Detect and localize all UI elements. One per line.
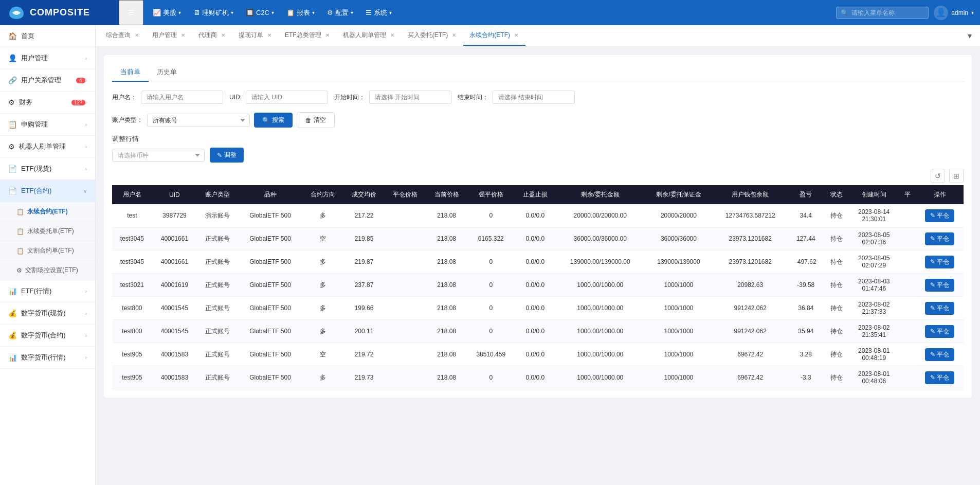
cell-username-2[interactable]: test3045 bbox=[112, 250, 152, 274]
column-settings-button[interactable]: ⊞ bbox=[949, 169, 964, 183]
ping-button-7[interactable]: ✎ 平仓 bbox=[925, 371, 954, 384]
tab-etf-class[interactable]: ETF总类管理 ✕ bbox=[279, 26, 337, 46]
cell-username-6[interactable]: test905 bbox=[112, 343, 152, 366]
tabs-expand-button[interactable]: ▾ bbox=[964, 31, 976, 41]
cell-created-0: 2023-08-14 21:30:01 bbox=[849, 204, 899, 227]
start-time-input[interactable] bbox=[369, 91, 451, 104]
sidebar-item-finance[interactable]: ⚙ 财务 127 › bbox=[0, 92, 95, 114]
cell-close-price-0 bbox=[385, 204, 426, 227]
sidebar-item-crypto-market[interactable]: 📊 数字货币(行情) › bbox=[0, 347, 95, 369]
sidebar-item-crypto-contract[interactable]: 💰 数字货币(合约) › bbox=[0, 325, 95, 347]
nav-item-stock[interactable]: 📈 美股 ▾ bbox=[148, 0, 186, 25]
nav-item-report[interactable]: 📋 报表 ▾ bbox=[281, 0, 320, 25]
sidebar-sub-perpetual[interactable]: 📋 永续合约(ETF) bbox=[0, 202, 95, 222]
tab-withdraw[interactable]: 提现订单 ✕ bbox=[232, 26, 279, 46]
cell-wallet-7: 69672.42 bbox=[713, 366, 788, 389]
end-time-input[interactable] bbox=[493, 91, 575, 104]
cell-username-7[interactable]: test905 bbox=[112, 366, 152, 389]
sidebar-item-etf-market[interactable]: 📊 ETF(行情) › bbox=[0, 280, 95, 302]
sidebar-delivery-label: 文割合约单(ETF) bbox=[27, 246, 74, 255]
tab-close-perpetual-etf[interactable]: ✕ bbox=[513, 32, 519, 38]
sidebar-etf-contract-label: ETF(合约) bbox=[21, 186, 83, 195]
sidebar-item-crypto-spot[interactable]: 💰 数字货币(现货) › bbox=[0, 302, 95, 325]
ping-button-6[interactable]: ✎ 平仓 bbox=[925, 348, 954, 361]
sidebar-sub-delivery[interactable]: 📋 文割合约单(ETF) bbox=[0, 241, 95, 261]
sidebar-item-home[interactable]: 🏠 首页 bbox=[0, 25, 95, 47]
sidebar-item-robot[interactable]: ⚙ 机器人刷单管理 › bbox=[0, 136, 95, 158]
cell-action-6[interactable]: ✎ 平仓 bbox=[916, 343, 964, 366]
cell-ping-4 bbox=[899, 297, 916, 320]
adjust-row: 请选择币种 ✎ 调整 bbox=[112, 148, 964, 163]
user-info[interactable]: 👤 admin ▾ bbox=[934, 6, 974, 20]
sidebar-item-purchase[interactable]: 📋 申购管理 › bbox=[0, 114, 95, 136]
nav-item-system[interactable]: ☰ 系统 ▾ bbox=[360, 0, 397, 25]
cell-pnl-4: 36.84 bbox=[788, 297, 824, 320]
clear-button[interactable]: 🗑 清空 bbox=[297, 112, 335, 128]
cell-close-price-7 bbox=[385, 366, 426, 389]
cell-action-3[interactable]: ✎ 平仓 bbox=[916, 274, 964, 297]
tab-close-agent[interactable]: ✕ bbox=[220, 32, 226, 38]
cell-uid-3: 40001619 bbox=[152, 274, 197, 297]
tab-close-user[interactable]: ✕ bbox=[180, 32, 186, 38]
cell-username-5[interactable]: test800 bbox=[112, 320, 152, 343]
cell-action-2[interactable]: ✎ 平仓 bbox=[916, 250, 964, 274]
sub-tabs: 当前单 历史单 bbox=[112, 63, 964, 82]
sidebar-sub-delegate[interactable]: 📋 永续委托单(ETF) bbox=[0, 222, 95, 241]
cell-account-type-1: 正式账号 bbox=[197, 227, 238, 250]
cell-username-3[interactable]: test3021 bbox=[112, 274, 152, 297]
sidebar-item-etf-contract[interactable]: 📄 ETF(合约) ∨ bbox=[0, 180, 95, 202]
sidebar-sub-delivery-settings[interactable]: ⚙ 交割场控设置(ETF) bbox=[0, 261, 95, 280]
cell-action-4[interactable]: ✎ 平仓 bbox=[916, 297, 964, 320]
ping-button-0[interactable]: ✎ 平仓 bbox=[925, 209, 954, 222]
cell-created-1: 2023-08-05 02:07:36 bbox=[849, 227, 899, 250]
hamburger-button[interactable]: ☰ bbox=[119, 0, 143, 25]
cell-action-7[interactable]: ✎ 平仓 bbox=[916, 366, 964, 389]
ping-button-1[interactable]: ✎ 平仓 bbox=[925, 232, 954, 245]
account-type-select[interactable]: 所有账号 正式账号 演示账号 bbox=[147, 114, 250, 127]
ping-button-5[interactable]: ✎ 平仓 bbox=[925, 325, 954, 338]
nav-item-mining[interactable]: 🖥 理财矿机 ▾ bbox=[188, 0, 239, 25]
col-ping: 平 bbox=[899, 185, 916, 204]
tab-close-buy-etf[interactable]: ✕ bbox=[451, 32, 457, 38]
tab-agent[interactable]: 代理商 ✕ bbox=[192, 26, 232, 46]
chevron-down-icon4: ▾ bbox=[312, 10, 315, 15]
tab-close-comprehensive[interactable]: ✕ bbox=[134, 32, 140, 38]
search-box[interactable]: 🔍 bbox=[836, 7, 929, 19]
ping-button-4[interactable]: ✎ 平仓 bbox=[925, 302, 954, 315]
coin-select[interactable]: 请选择币种 bbox=[112, 149, 205, 162]
search-button[interactable]: 🔍 搜索 bbox=[254, 113, 293, 128]
table-toolbar: ↺ ⊞ bbox=[112, 169, 964, 183]
start-time-filter-row: 开始时间： bbox=[334, 91, 451, 104]
tab-comprehensive[interactable]: 综合查询 ✕ bbox=[100, 26, 146, 46]
tab-robot[interactable]: 机器人刷单管理 ✕ bbox=[337, 26, 402, 46]
cell-direction-3: 多 bbox=[302, 274, 343, 297]
sidebar-item-etf-spot[interactable]: 📄 ETF(现货) › bbox=[0, 158, 95, 180]
tab-etf-class-label: ETF总类管理 bbox=[285, 31, 321, 40]
tab-close-etf-class[interactable]: ✕ bbox=[324, 32, 331, 38]
tab-perpetual-etf[interactable]: 永续合约(ETF) ✕ bbox=[463, 26, 525, 46]
tab-buy-etf[interactable]: 买入委托(ETF) ✕ bbox=[402, 26, 464, 46]
adjust-button[interactable]: ✎ 调整 bbox=[210, 148, 244, 163]
sub-tab-current[interactable]: 当前单 bbox=[112, 63, 149, 82]
username-input[interactable] bbox=[141, 91, 223, 104]
ping-button-2[interactable]: ✎ 平仓 bbox=[925, 256, 954, 268]
cell-username-0[interactable]: test bbox=[112, 204, 152, 227]
refresh-button[interactable]: ↺ bbox=[931, 169, 945, 183]
cell-action-1[interactable]: ✎ 平仓 bbox=[916, 227, 964, 250]
cell-action-0[interactable]: ✎ 平仓 bbox=[916, 204, 964, 227]
nav-item-c2c[interactable]: 🔲 C2C ▾ bbox=[241, 0, 279, 25]
cell-username-4[interactable]: test800 bbox=[112, 297, 152, 320]
search-input[interactable] bbox=[851, 9, 924, 16]
chevron-right-icon9: › bbox=[85, 333, 87, 338]
tab-user[interactable]: 用户管理 ✕ bbox=[146, 26, 192, 46]
tab-close-withdraw[interactable]: ✕ bbox=[266, 32, 273, 38]
uid-input[interactable] bbox=[246, 91, 328, 104]
sidebar-item-user[interactable]: 👤 用户管理 › bbox=[0, 47, 95, 69]
sidebar-item-user-relation[interactable]: 🔗 用户关系管理 4 › bbox=[0, 69, 95, 92]
cell-username-1[interactable]: test3045 bbox=[112, 227, 152, 250]
sub-tab-history[interactable]: 历史单 bbox=[149, 63, 185, 82]
ping-button-3[interactable]: ✎ 平仓 bbox=[925, 279, 954, 292]
cell-action-5[interactable]: ✎ 平仓 bbox=[916, 320, 964, 343]
nav-item-config[interactable]: ⚙ 配置 ▾ bbox=[322, 0, 358, 25]
tab-close-robot[interactable]: ✕ bbox=[389, 32, 395, 38]
